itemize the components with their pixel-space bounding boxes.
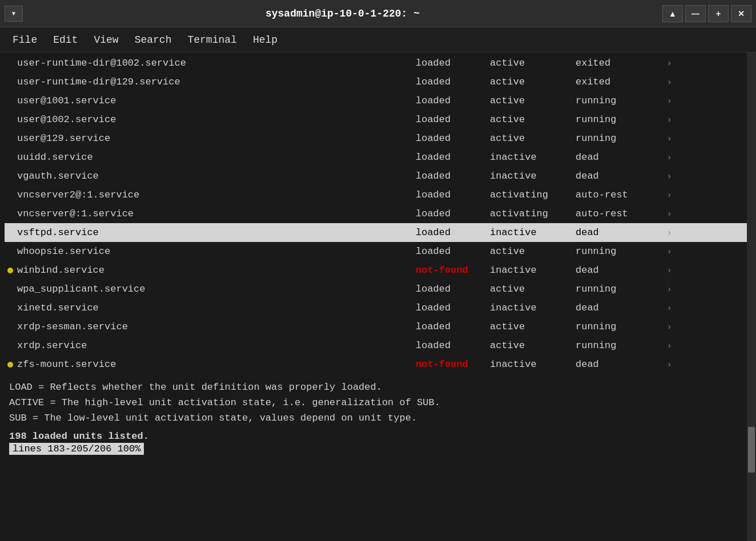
service-load: loaded: [416, 152, 490, 163]
service-sub: running: [576, 284, 667, 294]
service-load: loaded: [416, 227, 490, 238]
service-name: vncserver@:1.service: [16, 208, 416, 219]
row-bullet: [5, 362, 16, 368]
service-active: activating: [490, 208, 576, 219]
dropdown-button[interactable]: ▼: [5, 6, 23, 22]
row-chevron-icon: ›: [667, 153, 671, 162]
menu-item-terminal[interactable]: Terminal: [182, 32, 242, 48]
service-active: active: [490, 114, 576, 125]
legend-line2: ACTIVE = The high-level unit activation …: [9, 395, 742, 410]
table-row: xrdp-sesman.serviceloadedactiverunning›: [5, 317, 747, 336]
menu-bar: FileEditViewSearchTerminalHelp: [0, 27, 756, 53]
row-chevron-icon: ›: [667, 341, 671, 350]
table-row: user@1002.serviceloadedactiverunning›: [5, 110, 747, 129]
table-row: vsftpd.serviceloadedinactivedead›: [5, 223, 747, 242]
service-sub: exited: [576, 76, 667, 87]
service-name: winbind.service: [16, 265, 416, 276]
menu-item-view[interactable]: View: [88, 32, 124, 48]
service-sub: dead: [576, 152, 667, 163]
row-chevron-icon: ›: [667, 115, 671, 124]
legend-line3: SUB = The low-level unit activation stat…: [9, 410, 742, 426]
service-list: user-runtime-dir@1002.serviceloadedactiv…: [5, 54, 747, 374]
service-name: user-runtime-dir@1002.service: [16, 58, 416, 68]
row-chevron-icon: ›: [667, 304, 671, 313]
service-name: xinetd.service: [16, 302, 416, 313]
minimize-button[interactable]: —: [685, 5, 706, 22]
table-row: xrdp.serviceloadedactiverunning›: [5, 336, 747, 355]
service-sub: dead: [576, 227, 667, 238]
terminal-content: user-runtime-dir@1002.serviceloadedactiv…: [0, 53, 756, 541]
units-summary: 198 loaded units listed.: [9, 431, 742, 442]
service-active: activating: [490, 189, 576, 200]
service-load: loaded: [416, 321, 490, 332]
service-load: loaded: [416, 133, 490, 144]
scrollbar[interactable]: [747, 53, 756, 541]
table-row: winbind.servicenot-foundinactivedead›: [5, 261, 747, 280]
service-sub: running: [576, 133, 667, 144]
row-chevron-icon: ›: [667, 266, 671, 275]
service-load: loaded: [416, 114, 490, 125]
warning-dot: [7, 362, 13, 368]
table-row: user@1001.serviceloadedactiverunning›: [5, 91, 747, 110]
pager-info: lines 183-205/206 100%: [9, 443, 144, 455]
service-sub: running: [576, 246, 667, 257]
row-bullet: [5, 268, 16, 273]
service-sub: running: [576, 95, 667, 106]
service-name: xrdp.service: [16, 340, 416, 351]
menu-item-edit[interactable]: Edit: [47, 32, 83, 48]
service-load: loaded: [416, 340, 490, 351]
service-active: inactive: [490, 227, 576, 238]
service-sub: dead: [576, 265, 667, 276]
service-load: loaded: [416, 246, 490, 257]
service-active: inactive: [490, 171, 576, 181]
row-chevron-icon: ›: [667, 228, 671, 237]
service-name: wpa_supplicant.service: [16, 284, 416, 294]
menu-item-help[interactable]: Help: [247, 32, 283, 48]
table-row: user-runtime-dir@129.serviceloadedactive…: [5, 72, 747, 91]
table-row: user@129.serviceloadedactiverunning›: [5, 129, 747, 148]
service-name: vsftpd.service: [16, 227, 416, 238]
not-found-label: not-found: [416, 359, 468, 370]
add-tab-button[interactable]: +: [708, 5, 729, 22]
legend-line1: LOAD = Reflects whether the unit definit…: [9, 379, 742, 395]
service-load: loaded: [416, 189, 490, 200]
service-sub: running: [576, 114, 667, 125]
service-active: inactive: [490, 152, 576, 163]
menu-item-search[interactable]: Search: [129, 32, 178, 48]
service-load: loaded: [416, 208, 490, 219]
scroll-up-button[interactable]: ▲: [662, 5, 683, 22]
service-sub: dead: [576, 359, 667, 370]
menu-item-file[interactable]: File: [7, 32, 43, 48]
row-chevron-icon: ›: [667, 191, 671, 200]
service-active: active: [490, 95, 576, 106]
service-load: loaded: [416, 284, 490, 294]
row-chevron-icon: ›: [667, 78, 671, 87]
warning-dot: [7, 268, 13, 273]
service-name: vgauth.service: [16, 171, 416, 181]
status-bar: 198 loaded units listed. lines 183-205/2…: [5, 429, 747, 458]
service-sub: auto-rest: [576, 189, 667, 200]
table-row: uuidd.serviceloadedinactivedead›: [5, 148, 747, 167]
service-load: loaded: [416, 95, 490, 106]
row-chevron-icon: ›: [667, 172, 671, 181]
row-chevron-icon: ›: [667, 59, 671, 68]
service-sub: running: [576, 340, 667, 351]
table-row: wpa_supplicant.serviceloadedactiverunnin…: [5, 280, 747, 298]
close-button[interactable]: ✕: [731, 5, 751, 22]
row-chevron-icon: ›: [667, 322, 671, 332]
terminal-scroll-area[interactable]: user-runtime-dir@1002.serviceloadedactiv…: [0, 53, 747, 541]
scrollbar-thumb[interactable]: [748, 427, 755, 473]
service-name: uuidd.service: [16, 152, 416, 163]
table-row: user-runtime-dir@1002.serviceloadedactiv…: [5, 54, 747, 72]
service-name: whoopsie.service: [16, 246, 416, 257]
service-active: active: [490, 246, 576, 257]
service-active: inactive: [490, 265, 576, 276]
service-name: user@1002.service: [16, 114, 416, 125]
service-sub: dead: [576, 171, 667, 181]
service-load: loaded: [416, 76, 490, 87]
row-chevron-icon: ›: [667, 96, 671, 106]
service-load: not-found: [416, 265, 490, 276]
service-load: not-found: [416, 359, 490, 370]
row-chevron-icon: ›: [667, 209, 671, 219]
service-active: inactive: [490, 359, 576, 370]
